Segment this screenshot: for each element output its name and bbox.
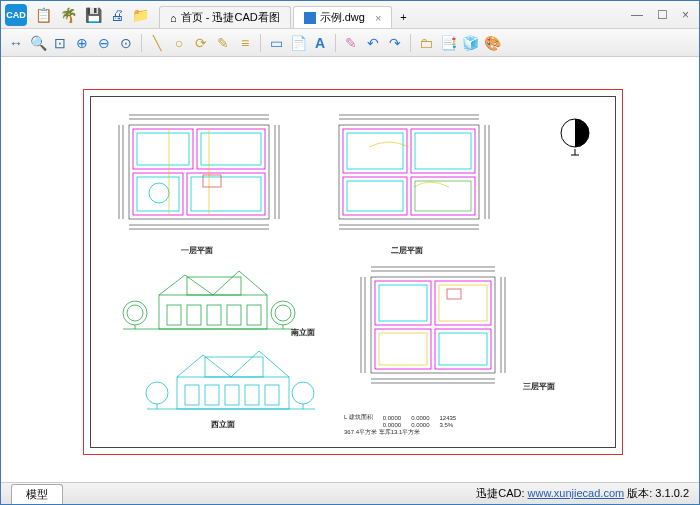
svg-rect-72 — [435, 281, 491, 325]
tool-more[interactable]: 🎨 — [483, 34, 501, 52]
svg-rect-77 — [439, 285, 487, 321]
svg-point-58 — [146, 382, 168, 404]
svg-rect-21 — [339, 125, 479, 219]
svg-rect-30 — [343, 177, 407, 215]
svg-rect-37 — [187, 277, 241, 295]
tool-rect[interactable]: ▭ — [267, 34, 285, 52]
svg-rect-11 — [133, 173, 183, 215]
tool-edit[interactable]: ✎ — [214, 34, 232, 52]
separator — [410, 34, 411, 52]
caption-fp2: 二层平面 — [391, 245, 423, 256]
tab-close-icon[interactable]: × — [375, 12, 381, 24]
svg-rect-35 — [415, 181, 471, 211]
svg-point-17 — [149, 183, 169, 203]
separator — [335, 34, 336, 52]
svg-rect-50 — [177, 377, 289, 409]
minimize-button[interactable]: — — [631, 8, 643, 22]
svg-rect-15 — [137, 177, 179, 211]
brand-link[interactable]: www.xunjiecad.com — [528, 487, 625, 499]
app-logo: CAD — [5, 4, 27, 26]
svg-rect-74 — [435, 329, 491, 369]
floorplan-3 — [353, 261, 517, 391]
tabs-bar: ⌂ 首页 - 迅捷CAD看图 示例.dwg × + — [159, 1, 415, 28]
svg-rect-39 — [187, 305, 201, 325]
svg-rect-40 — [207, 305, 221, 325]
svg-rect-14 — [201, 133, 261, 165]
tool-arc[interactable]: ⟳ — [192, 34, 210, 52]
svg-rect-79 — [447, 289, 461, 299]
quick-icons: 📋 🌴 💾 🖨 📁 — [35, 7, 149, 23]
tool-text[interactable]: A — [311, 34, 329, 52]
tab-add[interactable]: + — [394, 6, 412, 28]
tool-erase[interactable]: ✎ — [342, 34, 360, 52]
tab-home[interactable]: ⌂ 首页 - 迅捷CAD看图 — [159, 6, 291, 28]
svg-rect-53 — [205, 385, 219, 405]
svg-rect-55 — [245, 385, 259, 405]
svg-rect-10 — [197, 129, 265, 169]
compass-icon — [557, 115, 593, 151]
dwg-icon — [304, 12, 316, 24]
svg-rect-52 — [185, 385, 199, 405]
print-icon[interactable]: 🖨 — [110, 7, 124, 23]
open-icon[interactable]: 📁 — [132, 7, 149, 23]
svg-rect-0 — [129, 125, 269, 219]
tool-pan[interactable]: ↔ — [7, 34, 25, 52]
tool-list[interactable]: ≡ — [236, 34, 254, 52]
svg-rect-54 — [225, 385, 239, 405]
caption-elev1: 南立面 — [291, 327, 315, 338]
svg-rect-32 — [347, 133, 403, 169]
tab-home-label: 首页 - 迅捷CAD看图 — [181, 10, 280, 25]
svg-rect-78 — [379, 333, 427, 365]
svg-rect-71 — [375, 281, 431, 325]
tool-3d[interactable]: 🧊 — [461, 34, 479, 52]
svg-rect-41 — [227, 305, 241, 325]
tool-zoom-in[interactable]: ⊕ — [73, 34, 91, 52]
status-bar: 模型 迅捷CAD: www.xunjiecad.com 版本: 3.1.0.2 — [1, 482, 699, 504]
tool-zoom-fit[interactable]: ⊙ — [117, 34, 135, 52]
legend-table: L 建筑面积0.00000.000012435 0.00000.00003.5%… — [339, 413, 461, 437]
tool-zoom-out[interactable]: ⊖ — [95, 34, 113, 52]
status-text: 迅捷CAD: www.xunjiecad.com 版本: 3.1.0.2 — [476, 486, 699, 501]
svg-rect-75 — [379, 285, 427, 321]
caption-fp3: 三层平面 — [523, 381, 555, 392]
tool-circle[interactable]: ○ — [170, 34, 188, 52]
home-icon: ⌂ — [170, 12, 177, 24]
tool-redo[interactable]: ↷ — [386, 34, 404, 52]
svg-rect-33 — [415, 133, 471, 169]
svg-point-44 — [123, 301, 147, 325]
titlebar: CAD 📋 🌴 💾 🖨 📁 ⌂ 首页 - 迅捷CAD看图 示例.dwg × + … — [1, 1, 699, 29]
svg-point-45 — [127, 305, 143, 321]
svg-point-60 — [292, 382, 314, 404]
floorplan-2 — [319, 107, 499, 237]
tool-zoom-window[interactable]: 🔍 — [29, 34, 47, 52]
drawing-frame: 一层平面 — [90, 96, 616, 448]
tool-line[interactable]: ╲ — [148, 34, 166, 52]
svg-rect-29 — [411, 129, 475, 173]
svg-rect-76 — [439, 333, 487, 365]
tool-layers[interactable]: 📑 — [439, 34, 457, 52]
tool-folder[interactable]: 🗀 — [417, 34, 435, 52]
save-icon[interactable]: 💾 — [85, 7, 102, 23]
tool-page[interactable]: 📄 — [289, 34, 307, 52]
svg-rect-56 — [265, 385, 279, 405]
tool-zoom-extent[interactable]: ⊡ — [51, 34, 69, 52]
tab-file[interactable]: 示例.dwg × — [293, 6, 393, 28]
floorplan-1 — [109, 107, 289, 237]
drawing-canvas[interactable]: 一层平面 — [1, 57, 699, 482]
svg-rect-9 — [133, 129, 193, 169]
svg-point-48 — [275, 305, 291, 321]
svg-rect-13 — [137, 133, 189, 165]
svg-rect-38 — [167, 305, 181, 325]
maximize-button[interactable]: ☐ — [657, 8, 668, 22]
svg-rect-73 — [375, 329, 431, 369]
toolbar: ↔ 🔍 ⊡ ⊕ ⊖ ⊙ ╲ ○ ⟳ ✎ ≡ ▭ 📄 A ✎ ↶ ↷ 🗀 📑 🧊 … — [1, 29, 699, 57]
separator — [141, 34, 142, 52]
window-controls: — ☐ × — [631, 8, 699, 22]
close-button[interactable]: × — [682, 8, 689, 22]
svg-rect-12 — [187, 173, 265, 215]
tool-undo[interactable]: ↶ — [364, 34, 382, 52]
clipboard-icon[interactable]: 📋 — [35, 7, 52, 23]
tree-icon[interactable]: 🌴 — [60, 7, 77, 23]
model-tab[interactable]: 模型 — [11, 484, 63, 504]
svg-rect-42 — [247, 305, 261, 325]
